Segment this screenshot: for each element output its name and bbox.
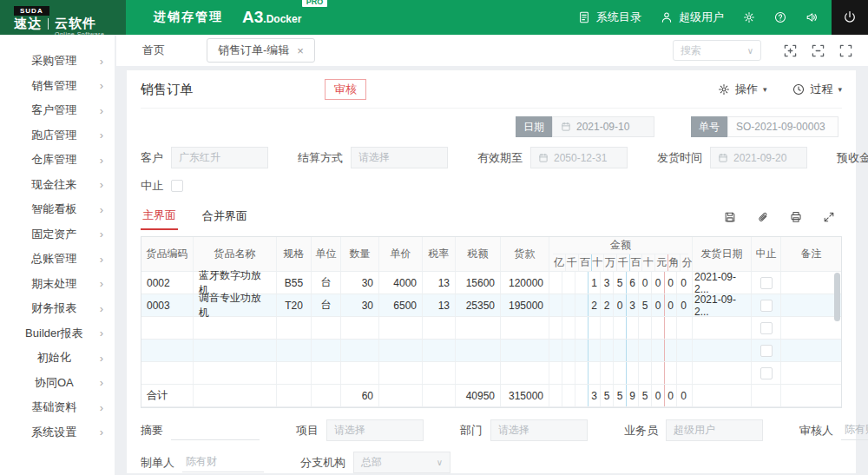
tab-home[interactable]: 首页 <box>142 43 165 58</box>
total-amount-digits: 3 5 5 9 5 0 0 0 <box>549 385 693 406</box>
gear-icon <box>718 83 730 96</box>
sidebar-item-cash[interactable]: 现金往来› <box>0 173 115 198</box>
username: 超级用户 <box>679 10 724 25</box>
sidebar-item-purchase[interactable]: 采购管理› <box>0 49 115 74</box>
tab-merged-view[interactable]: 合并界面 <box>201 205 249 229</box>
sidebar-item-builder-report[interactable]: Builder报表› <box>0 321 115 346</box>
order-no-input[interactable]: SO-2021-09-00003 <box>727 116 838 137</box>
project-label: 项目 <box>296 423 319 439</box>
sidebar-item-customer[interactable]: 客户管理› <box>0 98 115 123</box>
topbar: SUDA 速达 云软件 Online Software 进销存管理 A3.Doc… <box>0 0 868 35</box>
attachment-icon[interactable] <box>757 211 769 223</box>
date-label: 日期 <box>516 116 552 137</box>
settings-gear-icon[interactable] <box>743 11 755 23</box>
system-catalog-menu[interactable]: 系统目录 <box>578 10 641 25</box>
summary-input[interactable] <box>171 420 260 440</box>
row-abort-checkbox[interactable] <box>760 300 773 312</box>
page-title: 销售订单 <box>141 82 193 98</box>
project-select[interactable]: 请选择 <box>326 419 424 441</box>
search-input[interactable]: 搜索 ∨ <box>673 40 761 61</box>
row-abort-checkbox[interactable] <box>760 367 773 379</box>
print-icon[interactable] <box>790 211 802 223</box>
valid-until-input[interactable]: 2050-12-31 <box>530 147 628 168</box>
table-scrollbar[interactable] <box>834 273 840 321</box>
table-row-empty[interactable] <box>141 340 841 362</box>
branch-select[interactable]: 总部∨ <box>353 452 450 473</box>
settlement-label: 结算方式 <box>298 150 343 166</box>
auditor-label: 审核人 <box>799 423 833 439</box>
chevron-right-icon: › <box>100 178 103 191</box>
sidebar-item-initialization[interactable]: 初始化› <box>0 346 115 371</box>
abort-checkbox[interactable] <box>171 180 183 192</box>
auditor-input[interactable]: 陈有财 <box>841 420 868 440</box>
table-row-empty[interactable] <box>141 362 841 385</box>
ship-time-label: 发货时间 <box>657 150 702 166</box>
branch-label: 分支机构 <box>300 455 345 471</box>
document-icon <box>578 11 590 23</box>
date-input[interactable]: 2021-09-10 <box>552 116 654 137</box>
department-select[interactable]: 请选择 <box>490 419 588 441</box>
sidebar-item-sales[interactable]: 销售管理› <box>0 74 115 99</box>
salesman-label: 业务员 <box>624 423 658 439</box>
tab-sales-order-edit[interactable]: 销售订单-编辑 × <box>207 38 315 63</box>
logout-power-button[interactable] <box>832 0 868 35</box>
chevron-right-icon: › <box>100 104 103 117</box>
operation-menu[interactable]: 操作 ▾ <box>718 82 767 97</box>
chevron-right-icon: › <box>100 203 103 216</box>
row-abort-checkbox[interactable] <box>760 277 773 289</box>
sidebar: 采购管理› 销售管理› 客户管理› 跑店管理› 仓库管理› 现金往来› 智能看板… <box>0 35 115 475</box>
department-label: 部门 <box>460 423 483 439</box>
total-payment: 315000 <box>501 385 549 406</box>
chevron-right-icon: › <box>100 376 103 389</box>
table-header: 货品编码 货品名称 规格 单位 数量 单价 税率 税额 货款 金额 <box>141 237 841 272</box>
sidebar-item-system-settings[interactable]: 系统设置› <box>0 420 115 445</box>
calendar-icon <box>561 122 571 132</box>
chevron-right-icon: › <box>100 302 103 315</box>
audited-stamp: 审核 <box>325 79 366 100</box>
chevron-right-icon: › <box>100 426 103 439</box>
salesman-input[interactable]: 超级用户 <box>666 419 763 441</box>
zoom-out-frame-icon[interactable] <box>812 44 825 57</box>
zoom-in-frame-icon[interactable] <box>784 44 797 57</box>
tab-main-view[interactable]: 主界面 <box>141 204 178 230</box>
sidebar-item-period-end[interactable]: 期末处理› <box>0 272 115 297</box>
table-row-empty[interactable] <box>141 317 841 340</box>
user-menu[interactable]: 超级用户 <box>661 10 724 25</box>
sidebar-item-base-data[interactable]: 基础资料› <box>0 395 115 420</box>
ship-time-input[interactable]: 2021-09-20 <box>710 147 807 168</box>
expand-icon[interactable] <box>823 211 835 223</box>
chevron-right-icon: › <box>100 154 103 167</box>
table-row[interactable]: 0003 调音专业功放机 T20 台 30 6500 13 25350 1950… <box>141 294 841 317</box>
chevron-right-icon: › <box>100 352 103 365</box>
note-cell <box>781 272 841 294</box>
sidebar-item-warehouse[interactable]: 仓库管理› <box>0 148 115 173</box>
help-icon[interactable] <box>774 11 786 23</box>
tab-bar: 首页 销售订单-编辑 × 搜索 ∨ <box>116 35 868 66</box>
settlement-select[interactable]: 请选择 <box>351 147 448 168</box>
creator-label: 制单人 <box>141 455 174 471</box>
sidebar-item-oa[interactable]: 协同OA› <box>0 371 115 396</box>
sidebar-item-store-run[interactable]: 跑店管理› <box>0 123 115 148</box>
chevron-right-icon: › <box>100 228 103 241</box>
calendar-icon <box>718 153 728 163</box>
power-icon <box>843 10 857 24</box>
sidebar-item-finance-report[interactable]: 财务报表› <box>0 296 115 321</box>
sidebar-item-general-ledger[interactable]: 总账管理› <box>0 247 115 272</box>
close-icon[interactable]: × <box>297 44 304 57</box>
row-abort-checkbox[interactable] <box>760 322 773 334</box>
save-grid-icon[interactable] <box>724 211 736 223</box>
chevron-right-icon: › <box>100 277 103 290</box>
fullscreen-frame-icon[interactable] <box>839 44 852 57</box>
sidebar-item-fixed-assets[interactable]: 固定资产› <box>0 222 115 247</box>
valid-until-label: 有效期至 <box>477 150 523 166</box>
sidebar-item-dashboard[interactable]: 智能看板› <box>0 197 115 222</box>
chevron-right-icon: › <box>100 327 103 340</box>
pro-badge: PRO <box>302 0 328 7</box>
sound-icon[interactable] <box>806 11 818 23</box>
amount-digits: 1 3 5 6 0 0 0 0 <box>549 272 693 294</box>
creator-input[interactable]: 陈有财 <box>182 452 264 472</box>
row-abort-checkbox[interactable] <box>760 345 773 357</box>
user-icon <box>661 11 673 23</box>
customer-input[interactable]: 广东红升 <box>171 147 268 168</box>
process-menu[interactable]: 过程 ▾ <box>792 82 842 97</box>
